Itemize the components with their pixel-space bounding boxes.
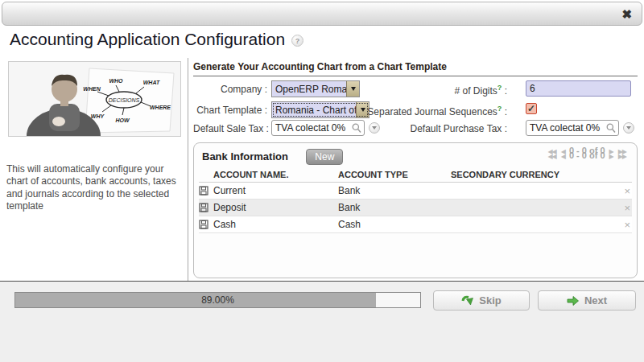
mindmap-node-when: WHEN (83, 86, 101, 92)
save-icon (199, 203, 213, 212)
row-account-name: Deposit (213, 202, 338, 213)
search-icon (352, 123, 361, 134)
last-page-icon[interactable]: ▶▶ (618, 148, 626, 155)
window-titlebar: ✖ (2, 2, 642, 26)
default-sale-tax-label: Default Sale Tax : (193, 123, 267, 134)
chart-template-label: Chart Template : (193, 105, 267, 116)
first-page-icon[interactable]: ◀◀ (547, 148, 555, 155)
mindmap-node-why: WHY (91, 113, 105, 119)
digits-help-icon[interactable]: ? (497, 84, 502, 92)
mindmap-node-where: WHERE (150, 105, 171, 110)
digits-input-value: 6 (530, 83, 535, 94)
digits-input[interactable]: 6 (526, 80, 631, 97)
mindmap-center-label: DECISIONS (109, 97, 140, 103)
wizard-description: This will automatically configure your c… (6, 163, 187, 212)
next-page-icon[interactable]: ▶ (609, 148, 613, 155)
close-icon[interactable]: ✖ (621, 6, 632, 23)
search-icon (606, 123, 616, 134)
separated-journal-label: Separated Journal Sequences? : (354, 105, 507, 117)
default-purchase-tax-label: Default Purchase Tax : (394, 123, 507, 134)
bank-panel-title: Bank Information (202, 148, 288, 166)
mindmap-node-who: WHO (109, 78, 123, 84)
col-account-name[interactable]: ACCOUNT NAME. (213, 170, 338, 179)
column-divider (188, 58, 188, 281)
sale-tax-dropdown-icon[interactable] (369, 122, 380, 134)
row-account-name: Cash (213, 219, 338, 230)
company-select-arrow-icon[interactable] (346, 81, 359, 97)
chart-template-select-value: Romania - Chart of Acc (272, 105, 356, 116)
separated-journal-checkbox[interactable]: ✓ (526, 103, 537, 114)
separated-journal-help-icon[interactable]: ? (497, 105, 502, 113)
bank-pager-bottom: ◀◀◀0 - 0 of 0▶▶▶ (545, 146, 629, 272)
company-select-value: OpenERP Romania (272, 84, 346, 95)
wizard-dialog: ✖ Accounting Application Configuration? … (0, 0, 644, 362)
row-account-type: Bank (338, 185, 451, 196)
section-title: Generate Your Accounting Chart from a Ch… (193, 61, 638, 76)
purchase-tax-dropdown-icon[interactable] (623, 122, 634, 134)
company-label: Company : (193, 84, 267, 95)
default-sale-tax-value: TVA colectat 0% (275, 122, 345, 134)
save-icon (199, 220, 213, 229)
row-account-type: Cash (338, 219, 451, 230)
progress-bar: 89.00% (14, 292, 421, 308)
title-help-icon[interactable]: ? (291, 35, 303, 47)
decisions-illustration: DECISIONS WHO WHAT WHEN WHERE WHY HOW (9, 62, 180, 136)
bank-information-panel: Bank Information New ◀◀◀0 - 0 of 0▶▶▶ AC… (193, 142, 638, 278)
row-account-type: Bank (338, 202, 451, 213)
next-button[interactable]: Next (538, 290, 636, 311)
page-title-text: Accounting Application Configuration (10, 30, 285, 48)
col-account-type[interactable]: ACCOUNT TYPE (338, 170, 451, 179)
page-count: 0 - 0 of 0 (569, 146, 605, 155)
digits-label: # of Digits? : (378, 84, 507, 97)
skip-button[interactable]: Skip (433, 290, 530, 311)
page-title: Accounting Application Configuration? (10, 30, 303, 49)
mindmap-node-how: HOW (115, 117, 130, 123)
row-account-name: Current (213, 185, 338, 196)
skip-arrow-icon (461, 294, 474, 306)
new-button[interactable]: New (306, 149, 343, 165)
save-icon (199, 186, 213, 195)
default-purchase-tax-value: TVA colectat 0% (530, 122, 600, 134)
decisions-photo: DECISIONS WHO WHAT WHEN WHERE WHY HOW (8, 61, 181, 137)
mindmap-node-what: WHAT (143, 80, 160, 85)
progress-label: 89.00% (15, 294, 420, 306)
prev-page-icon[interactable]: ◀ (561, 148, 565, 155)
company-select[interactable]: OpenERP Romania (271, 80, 360, 97)
next-arrow-icon (567, 295, 580, 306)
default-purchase-tax-input[interactable]: TVA colectat 0% (526, 120, 619, 136)
default-sale-tax-input[interactable]: TVA colectat 0% (271, 120, 365, 136)
wizard-footer: 89.00% Skip Next (0, 281, 644, 362)
